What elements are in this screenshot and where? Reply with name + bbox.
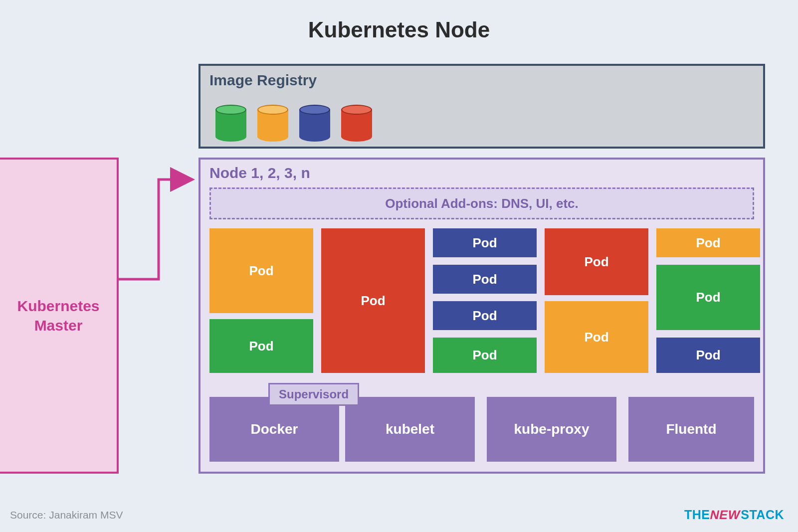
service-kubelet: kubelet <box>345 397 475 462</box>
pod-box: Pod <box>321 228 425 373</box>
service-kube-proxy: kube-proxy <box>487 397 616 462</box>
node-title: Node 1, 2, 3, n <box>209 165 310 181</box>
logo-part3: STACK <box>741 508 784 522</box>
diagram-title: Kubernetes Node <box>0 17 798 42</box>
pod-box: Pod <box>209 319 313 373</box>
pod-box: Pod <box>656 228 760 257</box>
source-attribution: Source: Janakiram MSV <box>10 509 123 521</box>
pod-box: Pod <box>433 338 537 373</box>
pod-box: Pod <box>656 265 760 330</box>
image-registry-title: Image Registry <box>209 72 317 89</box>
thenewstack-logo: THENEWSTACK <box>684 508 784 522</box>
pod-box: Pod <box>433 265 537 294</box>
kubernetes-master-box: Kubernetes Master <box>0 158 119 474</box>
supervisord-label: Supervisord <box>268 383 359 406</box>
pod-box: Pod <box>545 228 648 295</box>
service-fluentd: Fluentd <box>628 397 754 462</box>
logo-part1: THE <box>684 508 710 522</box>
registry-image-icon <box>257 110 288 137</box>
arrow-icon <box>119 160 203 289</box>
registry-image-icon <box>215 110 246 137</box>
node-box: Node 1, 2, 3, n Optional Add-ons: DNS, U… <box>199 158 765 474</box>
registry-image-icon <box>341 110 372 137</box>
pod-box: Pod <box>433 301 537 330</box>
image-registry-box: Image Registry <box>199 64 765 149</box>
pod-box: Pod <box>209 228 313 313</box>
addons-box: Optional Add-ons: DNS, UI, etc. <box>209 187 754 219</box>
pod-box: Pod <box>545 301 648 373</box>
registry-image-icon <box>299 110 330 137</box>
pod-box: Pod <box>656 338 760 373</box>
pod-box: Pod <box>433 228 537 257</box>
service-docker: Docker <box>209 397 339 462</box>
logo-part2: NEW <box>709 508 742 522</box>
kubernetes-master-label: Kubernetes Master <box>17 296 99 335</box>
